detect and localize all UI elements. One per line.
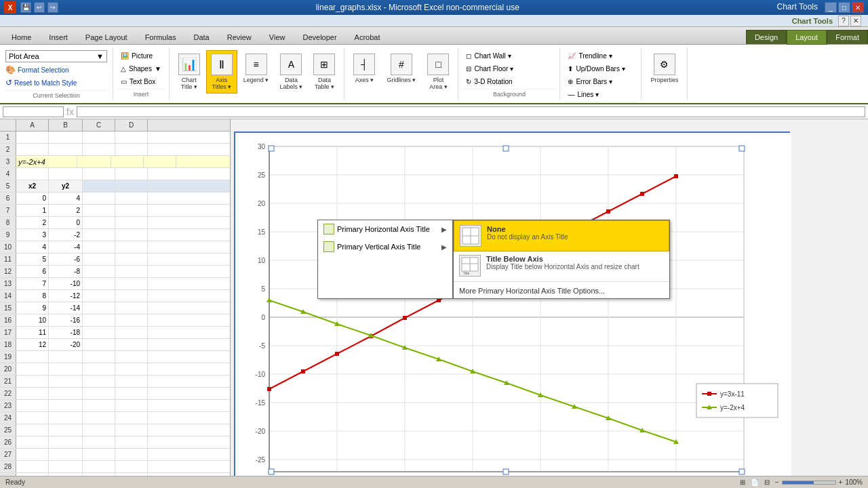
table-row: 19 [0, 351, 230, 363]
data-labels-btn[interactable]: A DataLabels ▾ [275, 50, 307, 94]
chart-area[interactable]: 30 25 20 15 10 5 0 -5 -10 -15 -20 -25 [234, 131, 790, 476]
svg-rect-80 [739, 469, 745, 474]
svg-text:-5: -5 [259, 342, 265, 350]
gridlines-btn[interactable]: # Gridlines ▾ [382, 50, 420, 87]
svg-text:0: 0 [267, 475, 271, 476]
primary-vertical-icon [323, 241, 334, 252]
primary-vertical-axis-item[interactable]: Primary Vertical Axis Title ▶ [318, 238, 452, 256]
title-below-option[interactable]: Title Title Below Axis Display Title bel… [454, 251, 669, 280]
plot-area-btn[interactable]: □ PlotArea ▾ [422, 50, 454, 94]
col-a-header: A [16, 119, 49, 131]
tab-data[interactable]: Data [184, 30, 218, 44]
current-selection-section: Plot Area ▼ 🎨 Format Selection ↺ Reset t… [0, 47, 113, 100]
trendline-btn[interactable]: 📈 Trendline ▾ [564, 50, 615, 62]
arrow-right-icon-2: ▶ [441, 243, 447, 251]
svg-rect-81 [503, 469, 509, 474]
ribbon: Plot Area ▼ 🎨 Format Selection ↺ Reset t… [0, 45, 868, 104]
axes-btn[interactable]: ┤ Axes ▾ [349, 50, 380, 87]
table-row: 25 [0, 424, 230, 436]
lines-btn[interactable]: — Lines ▾ [564, 89, 602, 100]
tab-developer[interactable]: Developer [294, 30, 345, 44]
workspace: fx A B C D 1 [0, 104, 868, 476]
quick-access-redo[interactable]: ↪ [47, 2, 58, 13]
text-box-btn[interactable]: ▭ Text Box [117, 76, 159, 87]
none-title: None [487, 225, 568, 233]
tab-acrobat[interactable]: Acrobat [346, 30, 389, 44]
plot-area-dropdown[interactable]: Plot Area ▼ [5, 50, 107, 62]
svg-text:-15: -15 [256, 399, 266, 407]
svg-rect-1 [269, 146, 744, 472]
background-group: ◻ Chart Wall ▾ ⊟ Chart Floor ▾ ↻ 3-D Rot… [458, 47, 560, 100]
tab-layout[interactable]: Layout [787, 30, 827, 45]
updown-bars-btn[interactable]: ⬆ Up/Down Bars ▾ [564, 63, 628, 75]
column-header-row: A B C D [0, 119, 230, 131]
primary-horizontal-submenu: None Do not display an Axis Title Title … [453, 220, 670, 299]
chart-wall-btn[interactable]: ◻ Chart Wall ▾ [462, 50, 514, 62]
svg-text:y=3x-11: y=3x-11 [720, 390, 745, 398]
svg-rect-46 [335, 352, 339, 356]
tab-review[interactable]: Review [218, 30, 260, 44]
chart-tools-band: Chart Tools ? ✕ [0, 15, 868, 27]
legend-btn[interactable]: ≡ Legend ▾ [239, 50, 274, 87]
table-row: 21 [0, 375, 230, 388]
primary-horizontal-axis-item[interactable]: Primary Horizontal Axis Title ▶ [318, 220, 452, 238]
quick-access-save[interactable]: 💾 [20, 2, 31, 13]
tab-view[interactable]: View [260, 30, 294, 44]
chart-tools-label: Chart Tools [777, 2, 818, 13]
format-selection-btn[interactable]: 🎨 Format Selection [5, 64, 107, 75]
quick-access-undo[interactable]: ↩ [34, 2, 45, 13]
tab-home[interactable]: Home [3, 30, 40, 44]
close-btn[interactable]: ✕ [852, 2, 864, 13]
reset-icon: ↺ [5, 78, 12, 87]
chart-title-btn[interactable]: 📊 ChartTitle ▾ [174, 50, 205, 94]
svg-text:20: 20 [258, 200, 266, 207]
shapes-icon: △ [121, 65, 126, 73]
svg-text:8: 8 [538, 475, 542, 476]
data-table-btn[interactable]: ⊞ DataTable ▾ [309, 50, 340, 94]
plot-area-icon: □ [427, 54, 449, 75]
help-btn[interactable]: ? [838, 16, 849, 26]
arrow-right-icon: ▶ [441, 226, 447, 233]
minimize-btn[interactable]: _ [825, 2, 837, 13]
more-options-item[interactable]: More Primary Horizontal Axis Title Optio… [454, 283, 669, 298]
table-row: 12 6 -8 [0, 266, 230, 278]
svg-rect-45 [301, 369, 305, 373]
svg-text:y=-2x+4: y=-2x+4 [720, 404, 745, 411]
svg-text:2: 2 [335, 475, 339, 476]
tab-formulas[interactable]: Formulas [136, 30, 185, 44]
error-bars-btn[interactable]: ⊕ Error Bars ▾ [564, 76, 615, 87]
reset-match-style-btn[interactable]: ↺ Reset to Match Style [5, 77, 107, 88]
zoom-in-icon[interactable]: + [839, 479, 843, 486]
tab-design[interactable]: Design [746, 30, 787, 44]
restore-btn[interactable]: □ [838, 2, 850, 13]
table-row: 18 12 -20 [0, 339, 230, 351]
svg-text:30: 30 [258, 143, 266, 150]
svg-text:10: 10 [604, 475, 612, 476]
tab-format[interactable]: Format [827, 30, 868, 44]
chart-floor-btn[interactable]: ⊟ Chart Floor ▾ [462, 63, 517, 75]
table-row: 22 [0, 388, 230, 400]
axis-titles-btn[interactable]: Ⅱ AxisTitles ▾ [206, 50, 237, 94]
svg-text:10: 10 [258, 257, 266, 264]
normal-view-icon[interactable]: ⊞ [740, 479, 745, 486]
properties-btn[interactable]: ⚙ Properties [646, 50, 683, 87]
tab-insert[interactable]: Insert [40, 30, 77, 44]
page-break-view-icon[interactable]: ⊟ [764, 479, 770, 486]
3d-rotation-btn[interactable]: ↻ 3-D Rotation [462, 76, 515, 87]
shapes-btn[interactable]: △ Shapes ▼ [117, 63, 165, 75]
page-layout-view-icon[interactable]: 📄 [751, 479, 759, 486]
close-chart-tools-btn[interactable]: ✕ [850, 16, 861, 26]
text-box-icon: ▭ [121, 78, 127, 85]
col-d-header: D [115, 119, 148, 131]
picture-btn[interactable]: 🖼️ Picture [117, 50, 156, 62]
tab-page-layout[interactable]: Page Layout [77, 30, 136, 44]
name-box[interactable] [3, 106, 64, 117]
table-row: 5 x2 y2 [0, 180, 230, 192]
formula-input[interactable] [77, 106, 865, 117]
none-option[interactable]: None Do not display an Axis Title [454, 220, 669, 251]
svg-rect-44 [267, 387, 271, 391]
table-row: 14 8 -12 [0, 290, 230, 302]
svg-rect-55 [640, 192, 644, 196]
zoom-out-icon[interactable]: − [775, 479, 779, 486]
table-row: 2 [0, 144, 230, 156]
